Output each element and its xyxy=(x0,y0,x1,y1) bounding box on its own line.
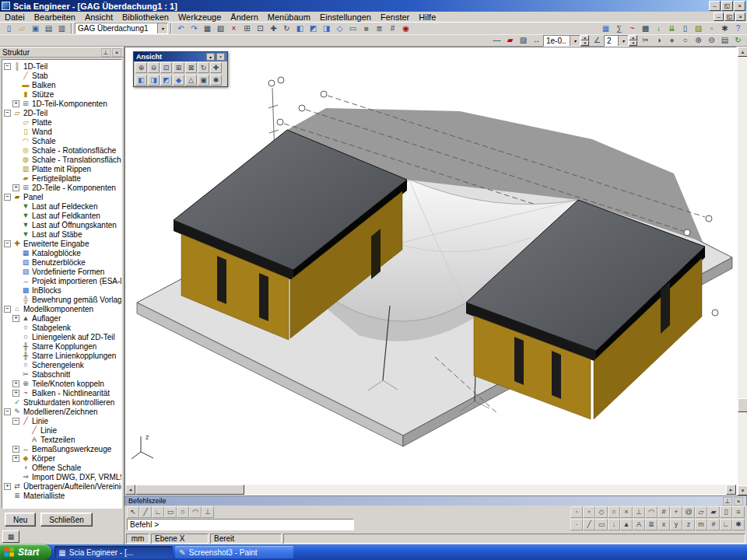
filter-loads-button[interactable]: ↓ xyxy=(608,519,620,530)
scale-spin-up-button[interactable]: ▴ xyxy=(580,35,589,40)
count-spin-down-button[interactable]: ▾ xyxy=(629,40,637,46)
dimension-button[interactable]: ↔ xyxy=(530,35,543,46)
close-button[interactable]: × xyxy=(735,12,745,21)
wireframe-button[interactable]: ▭ xyxy=(346,23,359,34)
scroll-left-button[interactable]: ◄ xyxy=(125,485,135,495)
horizontal-scrollbar[interactable]: ◄ ► xyxy=(125,485,736,495)
menu-einstellungen[interactable]: Einstellungen xyxy=(315,12,376,23)
plane-xy-button[interactable]: ▱ xyxy=(695,506,707,518)
hscroll-thumb[interactable] xyxy=(135,485,244,495)
menu-datei[interactable]: Datei xyxy=(0,12,30,23)
snap-button[interactable]: ◉ xyxy=(399,23,412,34)
table-button[interactable]: ▦ xyxy=(599,23,612,34)
tree-item[interactable]: −╱Linie xyxy=(4,416,121,425)
pan-button[interactable]: ✚ xyxy=(267,23,280,34)
help-button[interactable]: ? xyxy=(731,23,745,34)
tree-item[interactable]: ≣Materialliste xyxy=(4,491,121,500)
tree-item[interactable]: ▦Katalogblöcke xyxy=(4,248,121,257)
delete-button[interactable]: × xyxy=(227,23,240,34)
tree-item[interactable]: ╫Starre Kopplungen xyxy=(4,341,121,351)
shade-button[interactable]: ◑ xyxy=(652,35,665,46)
filter-slabs-button[interactable]: ▭ xyxy=(595,519,608,530)
filter-supports-button[interactable]: ▲ xyxy=(620,519,633,530)
rotate-view-button[interactable]: ↻ xyxy=(198,62,209,73)
snap-perpendicular-button[interactable]: ⊥ xyxy=(633,506,645,518)
count-combo[interactable]: 2 ▾ xyxy=(604,35,629,47)
count-combo-dropdown-icon[interactable]: ▾ xyxy=(618,36,628,46)
open-button[interactable]: ▱ xyxy=(16,23,29,34)
mesh-button[interactable]: ▩ xyxy=(639,23,652,34)
tree-item[interactable]: ⇒Import DWG, DXF, VRML97 xyxy=(4,472,121,481)
tree-item[interactable]: +⊞2D-Teile - Komponenten xyxy=(4,183,121,192)
scale-spin-down-button[interactable]: ▾ xyxy=(580,40,589,46)
tree-expand-toggle[interactable]: + xyxy=(12,380,19,387)
cmd-settings-button[interactable]: ✱ xyxy=(732,519,745,530)
zoom-window-button[interactable]: ⊡ xyxy=(160,62,172,73)
hatch-button[interactable]: ▨ xyxy=(517,35,530,46)
print-preview-button[interactable]: ▥ xyxy=(55,23,68,34)
project-combo[interactable]: GAG Überdachung1 ▾ xyxy=(75,23,168,34)
tree-item[interactable]: ▩InBlocks xyxy=(4,285,121,295)
tree-expand-toggle[interactable]: + xyxy=(12,455,19,462)
tree-item[interactable]: ○Stabgelenk xyxy=(4,323,121,332)
tree-item[interactable]: ▼Last auf Feldecken xyxy=(4,201,121,211)
line-style-button[interactable]: — xyxy=(490,35,503,46)
tree-expand-toggle[interactable]: + xyxy=(12,446,19,453)
filter-nodes-button[interactable]: · xyxy=(570,519,583,530)
tree-item[interactable]: ○Liniengelenk auf 2D-Teil xyxy=(4,332,121,341)
view-settings-button[interactable]: ✱ xyxy=(210,75,222,86)
tree-item[interactable]: ▥Platte mit Rippen xyxy=(4,164,121,173)
menu-menbaum[interactable]: Menübaum xyxy=(263,12,315,23)
tree-expand-toggle[interactable]: − xyxy=(4,63,11,70)
polyline-button[interactable]: ∟ xyxy=(152,506,164,518)
menu-bibliotheken[interactable]: Bibliotheken xyxy=(117,12,174,23)
ortho-button[interactable]: ⊥ xyxy=(202,506,214,518)
clip-button[interactable]: ✂ xyxy=(639,35,652,46)
tree-item[interactable]: ▬Balken xyxy=(4,80,121,89)
tree-expand-toggle[interactable]: − xyxy=(4,306,11,313)
tree-item[interactable]: −▰Panel xyxy=(4,192,121,201)
menu-hilfe[interactable]: Hilfe xyxy=(414,12,440,23)
tree-item[interactable]: ╬Bewehrung gemäß Vorlage xyxy=(4,295,121,304)
start-button[interactable]: Start xyxy=(0,544,51,560)
project-combo-dropdown-icon[interactable]: ▾ xyxy=(157,23,167,33)
struktur-caption[interactable]: Struktur ⊥ × xyxy=(0,47,124,58)
tree-expand-toggle[interactable]: + xyxy=(4,483,11,490)
minimize-button[interactable]: – xyxy=(714,12,724,21)
befehlszeile-close-button[interactable]: × xyxy=(734,497,743,506)
scroll-down-button[interactable]: ▼ xyxy=(738,485,747,495)
pan-view-button[interactable]: ✚ xyxy=(210,62,222,73)
lock-y-button[interactable]: y xyxy=(670,519,682,530)
tree-item[interactable]: −▱2D-Teil xyxy=(4,108,121,117)
view-z-button[interactable]: ◩ xyxy=(160,75,172,86)
befehlszeile-caption[interactable]: Befehlszeile ⊥ × xyxy=(124,495,747,506)
restore-button[interactable]: ◱ xyxy=(721,1,733,11)
line-draw-button[interactable]: ╱ xyxy=(139,506,152,518)
tree-item[interactable]: ✂Stabschnitt xyxy=(4,369,121,379)
zoom-selection-button[interactable]: ⊠ xyxy=(185,62,197,73)
document-button[interactable]: ▯ xyxy=(679,23,692,34)
schliessen-button[interactable]: Schließen xyxy=(40,513,92,527)
command-input[interactable] xyxy=(127,519,354,530)
grid-button[interactable]: # xyxy=(386,23,399,34)
filter-members-button[interactable]: ╱ xyxy=(583,519,595,530)
count-spin-up-button[interactable]: ▴ xyxy=(629,35,637,40)
tree-item[interactable]: ◠Schale xyxy=(4,136,121,145)
scale-combo[interactable]: 1e-0.. ▾ xyxy=(543,35,580,47)
tree-expand-toggle[interactable]: + xyxy=(12,100,19,107)
coord-abs-button[interactable]: + xyxy=(670,506,682,518)
layer-toggle-button[interactable]: ≣ xyxy=(645,519,658,530)
image-button[interactable]: ▨ xyxy=(692,23,705,34)
vertical-scrollbar[interactable]: ▲ ▼ xyxy=(737,47,747,495)
restore-button[interactable]: ◱ xyxy=(724,12,735,21)
select-arrow-button[interactable]: ↖ xyxy=(127,506,139,518)
tree-expand-toggle[interactable]: + xyxy=(12,184,19,191)
filter-text-button[interactable]: A xyxy=(633,519,645,530)
panel-pin-button[interactable]: ⊥ xyxy=(101,48,110,57)
circle-draw-button[interactable]: ○ xyxy=(177,506,189,518)
tree-item[interactable]: ▰Fertigteilplatte xyxy=(4,173,121,183)
tree-item[interactable]: ▧Benutzerblöcke xyxy=(4,257,121,267)
snap-intersection-button[interactable]: × xyxy=(620,506,633,518)
tree-item[interactable]: +⊕Teile/Knoten koppeln xyxy=(4,379,121,388)
color-button[interactable]: ▰ xyxy=(503,35,517,46)
